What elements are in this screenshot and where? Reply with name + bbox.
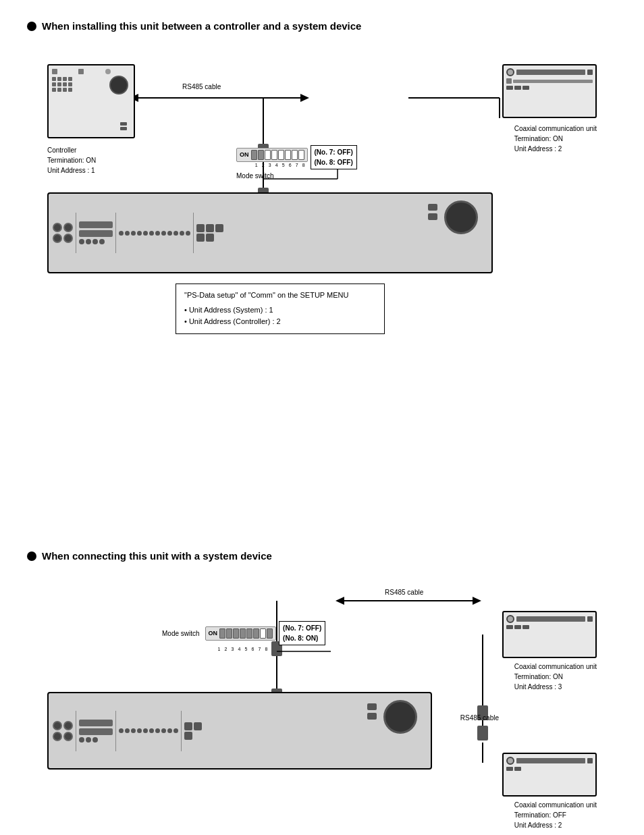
svg-marker-1 — [300, 94, 309, 102]
coaxial-box-2a — [502, 611, 597, 658]
rs485-label-top: RS485 cable — [182, 83, 221, 90]
main-unit-2 — [47, 692, 432, 770]
svg-marker-12 — [473, 597, 481, 605]
section1: When installing this unit between a cont… — [27, 20, 617, 294]
section2-diagram: RS485 cable RS485 cable Mode switch ON — [27, 574, 617, 835]
info-box-1-title: "PS-Data setup" of "Comm" on the SETUP M… — [184, 290, 376, 302]
coaxial-label-2b: Coaxial communication unit Termination: … — [514, 800, 597, 830]
mode-switch-area-2: Mode switch ON — [162, 621, 325, 651]
rs485-label-2-mid: RS485 cable — [460, 714, 499, 722]
bullet-icon-2 — [27, 551, 36, 561]
coaxial-label-1: Coaxial communication unit Termination: … — [514, 124, 597, 154]
coaxial-box-2b — [502, 753, 597, 797]
controller-label: Controller Termination: ON Unit Address … — [47, 145, 96, 176]
main-unit-1 — [47, 192, 493, 273]
mode-switch-label-2: Mode switch — [162, 630, 200, 637]
mode-switch-area-1: ON — [236, 145, 357, 180]
info-box-1-line2: • Unit Address (Controller) : 2 — [184, 316, 376, 328]
section1-title: When installing this unit between a cont… — [27, 20, 617, 32]
page: When installing this unit between a cont… — [0, 0, 644, 835]
section2-title: When connecting this unit with a system … — [27, 550, 617, 562]
mode-switch-text-1: Mode switch — [236, 172, 357, 180]
mode-switch-label-box-2: (No. 7: OFF)(No. 8: ON) — [279, 621, 325, 645]
coaxial-label-2a: Coaxial communication unit Termination: … — [514, 662, 597, 692]
rs485-label-2-top: RS485 cable — [385, 589, 423, 596]
mode-switch-label-box-1: (No. 7: OFF)(No. 8: OFF) — [311, 145, 357, 169]
coaxial-box-1 — [502, 64, 597, 118]
info-box-1: "PS-Data setup" of "Comm" on the SETUP M… — [176, 284, 385, 334]
section2: When connecting this unit with a system … — [27, 550, 617, 835]
svg-rect-21 — [477, 726, 488, 740]
info-box-1-line1: • Unit Address (System) : 1 — [184, 304, 376, 317]
section1-diagram: RS485 cable — [27, 44, 617, 294]
svg-marker-13 — [336, 597, 344, 605]
controller-box — [47, 64, 135, 138]
bullet-icon — [27, 22, 36, 31]
